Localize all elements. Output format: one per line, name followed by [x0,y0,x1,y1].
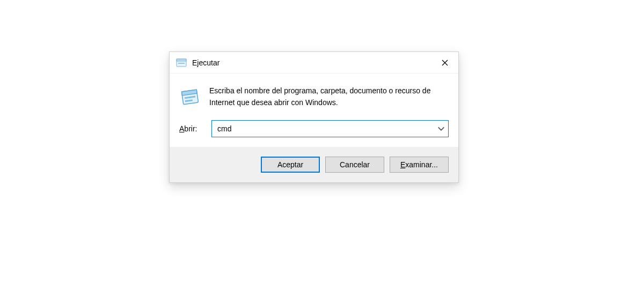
run-dialog: Ejecutar Escriba el nombre del pro [169,51,459,183]
open-combobox[interactable] [211,120,449,137]
close-icon [442,60,448,66]
dialog-title: Ejecutar [192,58,431,67]
ok-button[interactable]: Aceptar [261,157,320,173]
cancel-button[interactable]: Cancelar [325,157,384,173]
close-button[interactable] [431,52,458,73]
run-program-icon [179,86,201,108]
open-label: Abrir: [179,124,204,133]
chevron-down-icon[interactable] [437,124,445,133]
browse-button[interactable]: Examinar... [390,157,449,173]
titlebar: Ejecutar [170,52,458,73]
run-title-icon [176,57,187,68]
open-row: Abrir: [179,120,449,137]
description-text: Escriba el nombre del programa, carpeta,… [209,85,449,108]
open-input[interactable] [211,120,449,137]
dialog-footer: Aceptar Cancelar Examinar... [170,147,458,182]
svg-rect-2 [178,63,185,64]
dialog-content: Escriba el nombre del programa, carpeta,… [170,73,458,147]
svg-rect-1 [177,59,186,61]
description-row: Escriba el nombre del programa, carpeta,… [179,85,449,108]
